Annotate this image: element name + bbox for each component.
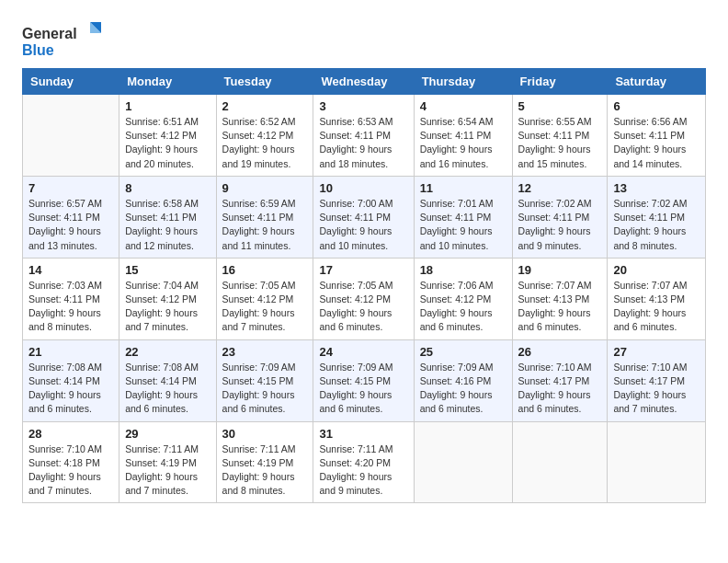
day-number: 9	[222, 181, 308, 195]
day-info: Sunrise: 7:09 AMSunset: 4:16 PMDaylight:…	[420, 361, 506, 417]
calendar-week-2: 7Sunrise: 6:57 AMSunset: 4:11 PMDaylight…	[23, 176, 706, 258]
calendar-cell: 4Sunrise: 6:54 AMSunset: 4:11 PMDaylight…	[414, 95, 512, 177]
day-number: 15	[125, 263, 210, 277]
calendar-cell: 24Sunrise: 7:09 AMSunset: 4:15 PMDayligh…	[313, 339, 414, 421]
col-header-saturday: Saturday	[608, 69, 706, 95]
day-info: Sunrise: 6:51 AMSunset: 4:12 PMDaylight:…	[125, 115, 210, 171]
day-info: Sunrise: 7:11 AMSunset: 4:20 PMDaylight:…	[319, 442, 407, 499]
logo-text: General Blue	[22, 20, 105, 63]
day-number: 18	[420, 263, 506, 277]
day-number: 14	[28, 263, 113, 277]
calendar-week-3: 14Sunrise: 7:03 AMSunset: 4:11 PMDayligh…	[23, 258, 706, 339]
day-number: 26	[518, 345, 602, 359]
day-number: 8	[125, 181, 210, 195]
day-number: 19	[518, 263, 602, 277]
calendar-cell: 26Sunrise: 7:10 AMSunset: 4:17 PMDayligh…	[512, 339, 608, 421]
calendar-cell	[23, 95, 119, 177]
day-number: 6	[613, 99, 700, 113]
day-number: 16	[222, 263, 308, 277]
day-info: Sunrise: 6:55 AMSunset: 4:11 PMDaylight:…	[518, 115, 602, 171]
day-info: Sunrise: 7:10 AMSunset: 4:18 PMDaylight:…	[28, 442, 113, 499]
calendar-cell: 31Sunrise: 7:11 AMSunset: 4:20 PMDayligh…	[313, 421, 414, 503]
calendar-cell: 6Sunrise: 6:56 AMSunset: 4:11 PMDaylight…	[608, 95, 706, 177]
day-number: 5	[518, 99, 602, 113]
calendar-cell: 22Sunrise: 7:08 AMSunset: 4:14 PMDayligh…	[119, 339, 216, 421]
calendar-cell: 27Sunrise: 7:10 AMSunset: 4:17 PMDayligh…	[608, 339, 706, 421]
calendar-cell: 25Sunrise: 7:09 AMSunset: 4:16 PMDayligh…	[414, 339, 512, 421]
day-number: 27	[613, 345, 700, 359]
day-number: 29	[125, 427, 210, 441]
calendar-cell: 14Sunrise: 7:03 AMSunset: 4:11 PMDayligh…	[23, 258, 119, 339]
day-info: Sunrise: 7:10 AMSunset: 4:17 PMDaylight:…	[518, 361, 602, 417]
calendar-week-1: 1Sunrise: 6:51 AMSunset: 4:12 PMDaylight…	[23, 95, 706, 177]
day-info: Sunrise: 7:08 AMSunset: 4:14 PMDaylight:…	[125, 361, 210, 417]
day-number: 22	[125, 345, 210, 359]
logo: General Blue	[22, 20, 105, 63]
day-info: Sunrise: 7:00 AMSunset: 4:11 PMDaylight:…	[319, 197, 407, 253]
day-info: Sunrise: 7:10 AMSunset: 4:17 PMDaylight:…	[613, 361, 700, 417]
calendar-cell: 19Sunrise: 7:07 AMSunset: 4:13 PMDayligh…	[512, 258, 608, 339]
calendar-cell: 5Sunrise: 6:55 AMSunset: 4:11 PMDaylight…	[512, 95, 608, 177]
calendar-cell: 16Sunrise: 7:05 AMSunset: 4:12 PMDayligh…	[216, 258, 313, 339]
day-number: 12	[518, 181, 602, 195]
calendar-cell: 1Sunrise: 6:51 AMSunset: 4:12 PMDaylight…	[119, 95, 216, 177]
calendar-cell: 21Sunrise: 7:08 AMSunset: 4:14 PMDayligh…	[23, 339, 119, 421]
calendar-cell	[608, 421, 706, 503]
day-number: 3	[319, 99, 407, 113]
logo-svg: General Blue	[22, 20, 105, 59]
day-info: Sunrise: 7:11 AMSunset: 4:19 PMDaylight:…	[125, 442, 210, 499]
day-number: 13	[613, 181, 700, 195]
day-info: Sunrise: 7:05 AMSunset: 4:12 PMDaylight:…	[222, 279, 308, 335]
day-info: Sunrise: 7:09 AMSunset: 4:15 PMDaylight:…	[222, 361, 308, 417]
day-info: Sunrise: 7:11 AMSunset: 4:19 PMDaylight:…	[222, 442, 308, 499]
day-info: Sunrise: 7:09 AMSunset: 4:15 PMDaylight:…	[319, 361, 407, 417]
day-number: 25	[420, 345, 506, 359]
day-number: 2	[222, 99, 308, 113]
calendar-cell	[512, 421, 608, 503]
day-number: 7	[28, 181, 113, 195]
day-number: 30	[222, 427, 308, 441]
logo-wrap: General Blue	[22, 17, 105, 63]
calendar-cell: 10Sunrise: 7:00 AMSunset: 4:11 PMDayligh…	[313, 176, 414, 258]
calendar-cell: 2Sunrise: 6:52 AMSunset: 4:12 PMDaylight…	[216, 95, 313, 177]
day-number: 31	[319, 427, 407, 441]
day-number: 10	[319, 181, 407, 195]
calendar-cell: 7Sunrise: 6:57 AMSunset: 4:11 PMDaylight…	[23, 176, 119, 258]
calendar-cell: 15Sunrise: 7:04 AMSunset: 4:12 PMDayligh…	[119, 258, 216, 339]
calendar-week-4: 21Sunrise: 7:08 AMSunset: 4:14 PMDayligh…	[23, 339, 706, 421]
day-info: Sunrise: 7:02 AMSunset: 4:11 PMDaylight:…	[613, 197, 700, 253]
calendar-cell: 18Sunrise: 7:06 AMSunset: 4:12 PMDayligh…	[414, 258, 512, 339]
day-info: Sunrise: 7:06 AMSunset: 4:12 PMDaylight:…	[420, 279, 506, 335]
day-number: 17	[319, 263, 407, 277]
day-number: 21	[28, 345, 113, 359]
day-info: Sunrise: 6:52 AMSunset: 4:12 PMDaylight:…	[222, 115, 308, 171]
col-header-tuesday: Tuesday	[216, 69, 313, 95]
header-row: General Blue	[22, 17, 706, 63]
day-info: Sunrise: 6:56 AMSunset: 4:11 PMDaylight:…	[613, 115, 700, 171]
day-info: Sunrise: 7:02 AMSunset: 4:11 PMDaylight:…	[518, 197, 602, 253]
calendar-cell: 20Sunrise: 7:07 AMSunset: 4:13 PMDayligh…	[608, 258, 706, 339]
calendar-cell: 12Sunrise: 7:02 AMSunset: 4:11 PMDayligh…	[512, 176, 608, 258]
col-header-monday: Monday	[119, 69, 216, 95]
day-number: 20	[613, 263, 700, 277]
calendar-week-5: 28Sunrise: 7:10 AMSunset: 4:18 PMDayligh…	[23, 421, 706, 503]
col-header-friday: Friday	[512, 69, 608, 95]
day-info: Sunrise: 7:07 AMSunset: 4:13 PMDaylight:…	[518, 279, 602, 335]
day-info: Sunrise: 7:04 AMSunset: 4:12 PMDaylight:…	[125, 279, 210, 335]
day-number: 28	[28, 427, 113, 441]
calendar-cell: 28Sunrise: 7:10 AMSunset: 4:18 PMDayligh…	[23, 421, 119, 503]
day-info: Sunrise: 6:54 AMSunset: 4:11 PMDaylight:…	[420, 115, 506, 171]
svg-text:Blue: Blue	[22, 42, 54, 58]
day-number: 11	[420, 181, 506, 195]
day-number: 4	[420, 99, 506, 113]
day-info: Sunrise: 7:01 AMSunset: 4:11 PMDaylight:…	[420, 197, 506, 253]
calendar-cell: 11Sunrise: 7:01 AMSunset: 4:11 PMDayligh…	[414, 176, 512, 258]
col-header-wednesday: Wednesday	[313, 69, 414, 95]
day-info: Sunrise: 7:08 AMSunset: 4:14 PMDaylight:…	[28, 361, 113, 417]
col-header-sunday: Sunday	[23, 69, 119, 95]
day-number: 1	[125, 99, 210, 113]
calendar-cell: 30Sunrise: 7:11 AMSunset: 4:19 PMDayligh…	[216, 421, 313, 503]
day-info: Sunrise: 6:53 AMSunset: 4:11 PMDaylight:…	[319, 115, 407, 171]
svg-text:General: General	[22, 26, 77, 41]
day-number: 24	[319, 345, 407, 359]
